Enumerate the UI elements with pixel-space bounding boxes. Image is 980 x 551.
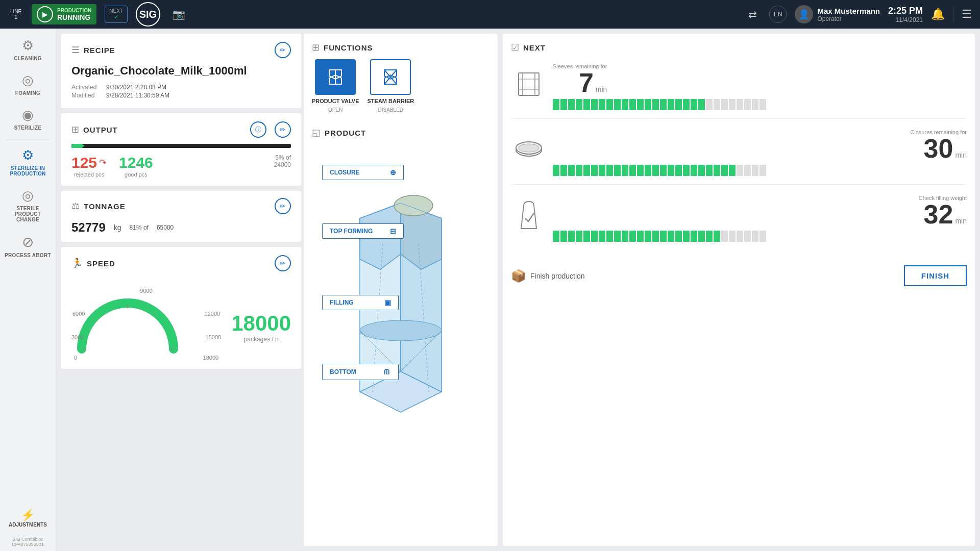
bar-segment — [599, 231, 605, 242]
output-info-button[interactable]: ⓘ — [250, 121, 266, 138]
adjustments-label: ADJUSTMENTS — [9, 522, 47, 528]
bar-segment — [583, 165, 590, 176]
play-button[interactable]: ▶ — [37, 6, 53, 22]
product-package-svg — [324, 152, 477, 422]
bar-segment — [606, 231, 613, 242]
closures-remaining-label: Closures remaining for — [553, 129, 967, 135]
line-label: LINE — [10, 9, 21, 14]
sleeves-info: Sleeves remaining for 7 min // Will be g… — [553, 63, 967, 110]
clock: 2:25 PM 11/4/2021 — [888, 6, 923, 23]
sidebar-item-cleaning[interactable]: ⚙ CLEANING — [0, 33, 56, 66]
menu-icon[interactable]: ☰ — [953, 8, 972, 21]
next-header: ☑ NEXT — [511, 42, 967, 53]
bar-segment — [583, 99, 590, 110]
bar-segment — [568, 99, 575, 110]
running-label: RUNNING — [57, 13, 91, 21]
good-count: 1246 — [119, 154, 153, 171]
notification-bell-icon[interactable]: 🔔 — [931, 8, 945, 21]
sleeves-unit: min — [596, 85, 607, 93]
bar-segment — [645, 231, 651, 242]
product-valve-button[interactable]: PRODUCT VALVE OPEN — [312, 59, 359, 113]
tonnage-total: 65000 — [157, 224, 174, 231]
foaming-icon: ◎ — [22, 72, 34, 88]
bar-segment — [637, 165, 644, 176]
top-forming-button[interactable]: TOP FORMING ⊟ — [322, 223, 404, 239]
next-badge-label: NEXT — [109, 8, 123, 14]
speed-edit-button[interactable]: ✏ — [275, 255, 291, 271]
bar-segment — [721, 231, 728, 242]
tonnage-value: 52779 — [71, 220, 106, 235]
language-selector[interactable]: EN — [769, 6, 787, 23]
bar-segment — [568, 165, 575, 176]
footer-line2: CFA875355501 — [12, 542, 44, 547]
bar-segment — [675, 99, 682, 110]
steam-barrier-button[interactable]: STEAM BARRIER DISABLED — [368, 59, 414, 113]
production-status: ▶ PRODUCTION RUNNING — [32, 4, 96, 24]
weight-info: Check filling weight 32 min — [553, 195, 967, 242]
bar-segment — [698, 231, 705, 242]
bar-segment — [645, 99, 651, 110]
closure-label: CLOSURE — [330, 169, 360, 176]
speed-gauge-svg — [71, 278, 184, 359]
gauge-label-18000: 18000 — [203, 355, 219, 361]
sidebar-item-foaming[interactable]: ◎ FOAMING — [0, 67, 56, 101]
functions-title: FUNCTIONS — [324, 43, 373, 52]
product-section: ◱ PRODUCT — [304, 121, 498, 436]
finish-button[interactable]: FINISH — [904, 265, 967, 286]
bottom-icon: ⫙ — [383, 367, 391, 377]
bar-segment — [752, 99, 758, 110]
speed-header: 🏃 SPEED ✏ — [71, 255, 291, 271]
sleeves-icon — [511, 69, 547, 105]
sidebar-item-adjustments[interactable]: ⚡ ADJUSTMENTS — [5, 505, 51, 532]
functions-header: ⊞ FUNCTIONS — [312, 42, 489, 53]
bar-segment — [553, 231, 559, 242]
bar-segment — [698, 99, 705, 110]
output-progress-bar-container: ▶ — [71, 144, 291, 148]
bar-segment — [706, 99, 713, 110]
center-panel: ⊞ FUNCTIONS PRODUCT VALVE OPEN — [304, 34, 498, 546]
sig-logo: SIG — [136, 2, 160, 27]
bar-segment — [622, 231, 628, 242]
sleeves-count: 7 — [579, 69, 594, 96]
bar-segment — [660, 231, 667, 242]
speed-icon: 🏃 — [71, 258, 83, 269]
rejected-section: 125 ↷ rejected pcs — [71, 154, 107, 178]
closure-button[interactable]: CLOSURE ⊕ — [322, 165, 404, 180]
filling-button[interactable]: FILLING ▣ — [322, 295, 399, 310]
tonnage-pct: 81% of — [130, 224, 149, 231]
product-header: ◱ PRODUCT — [312, 127, 489, 138]
steam-barrier-label: STEAM BARRIER — [368, 98, 414, 104]
output-edit-button[interactable]: ✏ — [275, 121, 291, 138]
bar-segment — [737, 165, 743, 176]
activated-value: 9/30/2021 2:28:08 PM — [106, 84, 166, 91]
bar-segment — [576, 231, 582, 242]
speed-unit: packages / h — [231, 336, 291, 343]
output-title: OUTPUT — [83, 126, 118, 134]
bar-segment — [744, 231, 751, 242]
recipe-edit-button[interactable]: ✏ — [275, 42, 291, 58]
bar-segment — [668, 165, 674, 176]
bar-segment — [560, 231, 567, 242]
tonnage-unit: kg — [114, 223, 121, 232]
recipe-card: ☰ RECIPE ✏ Organic_Chocolate_Milk_1000ml… — [61, 34, 301, 108]
bar-segment — [752, 231, 758, 242]
switch-icon[interactable]: ⇄ — [744, 6, 761, 22]
bar-segment — [691, 165, 697, 176]
adjustments-icon: ⚡ — [21, 509, 35, 522]
date-display: 11/4/2021 — [888, 16, 923, 23]
bar-segment — [706, 165, 713, 176]
weight-unit: min — [955, 217, 967, 225]
total-label: 24000 — [274, 161, 291, 168]
sleeves-bars: // Will be generated below — [553, 99, 967, 110]
sidebar-item-sterilize[interactable]: ◉ STERILIZE — [0, 102, 56, 136]
bar-segment — [614, 99, 621, 110]
recipe-name: Organic_Chocolate_Milk_1000ml — [71, 64, 291, 78]
sidebar-item-sterile-product-change[interactable]: ◎ STERILE PRODUCT CHANGE — [0, 183, 56, 228]
sidebar-item-sterilize-in-production[interactable]: ⚙ STERILIZE IN PRODUCTION — [0, 142, 56, 182]
bar-segment — [591, 165, 598, 176]
tonnage-title: TONNAGE — [84, 202, 126, 211]
bottom-button[interactable]: BOTTOM ⫙ — [322, 364, 399, 380]
tonnage-edit-button[interactable]: ✏ — [275, 198, 291, 214]
camera-icon[interactable]: 📷 — [168, 6, 189, 22]
sidebar-item-process-abort[interactable]: ⊘ PROCESS ABORT — [0, 229, 56, 263]
